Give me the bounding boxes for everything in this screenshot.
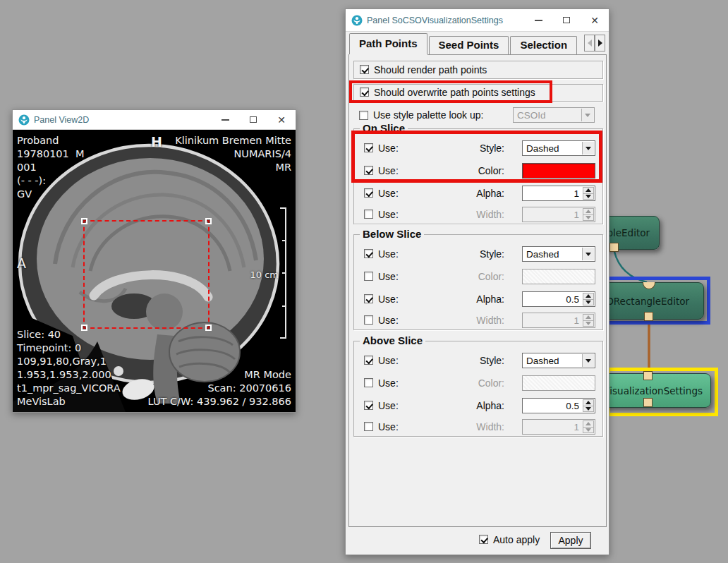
should-overwrite-path-points-checkbox[interactable] bbox=[360, 87, 369, 97]
cso-rectangle-selection[interactable] bbox=[83, 220, 210, 329]
should-render-path-points-checkbox[interactable] bbox=[360, 65, 369, 74]
spinbox-buttons[interactable] bbox=[583, 187, 594, 200]
use-checkbox[interactable] bbox=[364, 378, 373, 387]
minimize-button[interactable] bbox=[524, 9, 552, 31]
use-checkbox[interactable] bbox=[364, 315, 373, 325]
combo-value: CSOId bbox=[517, 110, 546, 121]
window-title: Panel View2D bbox=[34, 115, 89, 125]
render-path-points-frame: Should render path points bbox=[353, 61, 603, 79]
use-style-palette-checkbox[interactable] bbox=[359, 111, 368, 120]
spin-up-button[interactable] bbox=[583, 187, 594, 194]
close-button[interactable]: ✕ bbox=[267, 110, 296, 129]
overlay-text-line: Proband bbox=[17, 134, 85, 147]
group-below-slice: Below SliceUse:Style:DashedUse:Color:Use… bbox=[353, 234, 603, 330]
value-spinbox[interactable]: 1 bbox=[522, 186, 595, 201]
spinbox-value: 0.5 bbox=[566, 294, 579, 305]
style-combo[interactable]: Dashed bbox=[522, 246, 595, 262]
tab-scroll-right-button[interactable] bbox=[595, 35, 605, 52]
spin-down-button[interactable] bbox=[583, 194, 594, 200]
view2d-titlebar[interactable]: Panel View2D ✕ bbox=[13, 110, 296, 130]
overlay-text-line: Scan: 20070616 bbox=[148, 382, 291, 395]
mri-viewport[interactable]: Proband19780101 M001(- - -):GV H Kliniku… bbox=[13, 130, 296, 412]
group-title: Above Slice bbox=[360, 334, 425, 346]
group-on-slice: On SliceUse:Style:DashedUse:Color:Use:Al… bbox=[353, 128, 603, 224]
chevron-down-icon[interactable] bbox=[582, 142, 594, 155]
selection-handle[interactable] bbox=[81, 325, 87, 331]
value-spinbox[interactable]: 0.5 bbox=[522, 291, 595, 307]
use-checkbox[interactable] bbox=[364, 422, 373, 431]
property-label: Width: bbox=[439, 421, 504, 432]
module-connector[interactable] bbox=[643, 398, 653, 407]
spinbox-buttons[interactable] bbox=[583, 293, 594, 305]
tab-selection[interactable]: Selection bbox=[510, 36, 577, 54]
overlay-text-line: 1.953,1.953,2.000 bbox=[17, 368, 121, 382]
auto-apply-label: Auto apply bbox=[493, 534, 540, 545]
spin-down-button bbox=[583, 321, 594, 327]
spinbox-value: 1 bbox=[574, 422, 579, 432]
chevron-down-icon[interactable] bbox=[582, 354, 594, 367]
settings-window: Panel SoCSOVisualizationSettings ✕ Path … bbox=[345, 8, 609, 555]
use-label: Use: bbox=[378, 209, 399, 220]
use-checkbox[interactable] bbox=[364, 188, 373, 198]
use-checkbox[interactable] bbox=[364, 210, 373, 219]
overlay-text-line: LUT C/W: 439.962 / 932.866 bbox=[148, 395, 291, 408]
property-row: Use:Style:Dashed bbox=[354, 140, 602, 156]
use-checkbox[interactable] bbox=[364, 249, 373, 258]
style-combo[interactable]: Dashed bbox=[522, 353, 595, 368]
use-checkbox[interactable] bbox=[364, 294, 373, 303]
tab-label: Path Points bbox=[359, 37, 418, 49]
spin-up-button[interactable] bbox=[583, 399, 594, 406]
use-label: Use: bbox=[378, 165, 399, 176]
spinbox-value: 1 bbox=[574, 210, 579, 220]
spin-down-button[interactable] bbox=[583, 406, 594, 413]
chevron-left-icon bbox=[588, 40, 592, 47]
overlay-text-line: GV bbox=[17, 188, 85, 201]
checkbox-label: Should render path points bbox=[374, 64, 487, 75]
apply-button[interactable]: Apply bbox=[550, 532, 591, 549]
tab-path-points[interactable]: Path Points bbox=[349, 33, 427, 54]
close-button[interactable]: ✕ bbox=[581, 9, 609, 31]
use-checkbox[interactable] bbox=[364, 401, 373, 410]
selection-handle[interactable] bbox=[205, 218, 212, 224]
selection-handle[interactable] bbox=[205, 325, 212, 331]
chevron-down-icon[interactable] bbox=[582, 248, 594, 260]
combo-value: Dashed bbox=[526, 249, 559, 260]
minimize-button[interactable] bbox=[211, 110, 239, 129]
use-checkbox[interactable] bbox=[364, 272, 373, 281]
selection-handle[interactable] bbox=[81, 218, 87, 224]
use-label: Use: bbox=[378, 400, 399, 411]
property-row: Use:Alpha:1 bbox=[354, 186, 602, 201]
use-checkbox[interactable] bbox=[364, 356, 373, 365]
settings-titlebar[interactable]: Panel SoCSOVisualizationSettings ✕ bbox=[346, 9, 609, 32]
color-swatch-button[interactable] bbox=[522, 163, 595, 178]
value-spinbox[interactable]: 0.5 bbox=[522, 398, 595, 413]
overlay-text-line: (- - -): bbox=[17, 174, 85, 188]
maximize-button[interactable] bbox=[552, 9, 581, 31]
spinbox-buttons bbox=[583, 420, 594, 433]
tab-seed-points[interactable]: Seed Points bbox=[429, 36, 509, 54]
use-label: Use: bbox=[378, 143, 399, 154]
use-checkbox[interactable] bbox=[364, 166, 373, 175]
property-label: Width: bbox=[439, 209, 504, 220]
value-spinbox: 1 bbox=[522, 419, 595, 435]
maximize-button[interactable] bbox=[239, 110, 267, 129]
overlay-text-line: 001 bbox=[17, 161, 85, 174]
tab-label: Selection bbox=[520, 39, 567, 51]
spin-down-button[interactable] bbox=[583, 300, 594, 306]
overlay-text-line: 109,91,80,Gray,1 bbox=[17, 355, 121, 368]
overlay-text-line: MeVisLab bbox=[17, 395, 121, 408]
use-label: Use: bbox=[378, 293, 399, 305]
spin-up-button[interactable] bbox=[583, 293, 594, 300]
spinbox-buttons[interactable] bbox=[583, 399, 594, 412]
color-swatch-button bbox=[522, 269, 595, 284]
checkbox-label: Use style palette look up: bbox=[373, 109, 483, 121]
module-connector[interactable] bbox=[609, 243, 619, 252]
property-label: Style: bbox=[439, 248, 504, 260]
auto-apply-checkbox[interactable] bbox=[479, 535, 488, 544]
style-combo[interactable]: Dashed bbox=[522, 140, 595, 156]
use-checkbox[interactable] bbox=[364, 143, 373, 152]
path-points-tab-page: Should render path points Should overwri… bbox=[348, 54, 607, 527]
module-connector[interactable] bbox=[643, 371, 653, 380]
module-connector[interactable] bbox=[644, 312, 653, 321]
property-label: Color: bbox=[439, 271, 504, 282]
